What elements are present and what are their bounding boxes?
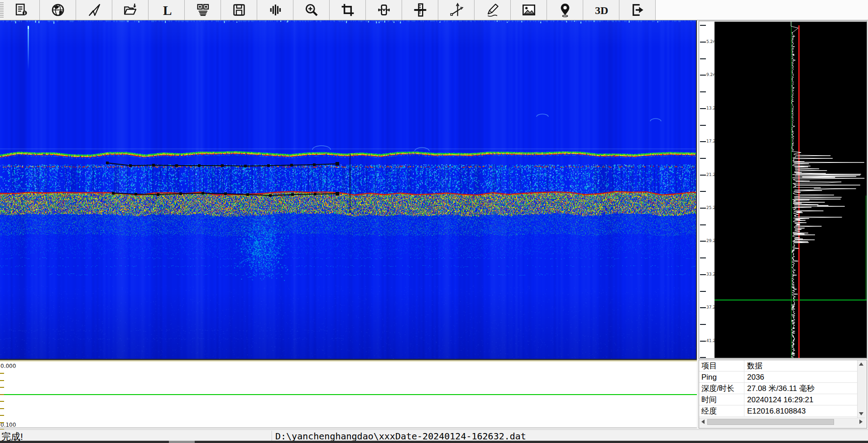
navigate-arrow-icon	[87, 3, 101, 17]
arrow-left-icon	[701, 419, 705, 424]
toolbar-button-gain[interactable]	[257, 0, 293, 20]
image-icon	[522, 3, 536, 17]
toolbar-button-axes[interactable]	[438, 0, 475, 20]
arrow-up-icon	[859, 362, 863, 366]
time-tick	[700, 108, 706, 109]
toolbar-button-zoom-in[interactable]	[293, 0, 330, 20]
gain-tick	[0, 415, 4, 416]
info-table-row: 经度E12016.8108843	[699, 405, 857, 417]
threed-icon: 3D	[594, 3, 609, 17]
report-icon	[14, 3, 29, 17]
toolbar-empty-space	[656, 0, 868, 20]
svg-text:3D: 3D	[595, 5, 608, 16]
info-table-row: Ping2036	[699, 372, 857, 383]
scroll-down-button[interactable]	[858, 410, 865, 418]
app-window: L3D 5.2ms9.2ms13.2ms17.2ms21.2ms25.2ms29…	[0, 0, 868, 443]
filter-icon	[377, 3, 391, 17]
toolbar-button-filter[interactable]	[366, 0, 402, 20]
toolbar-grip-handle[interactable]	[0, 1, 4, 19]
exit-icon	[630, 3, 645, 17]
current-file-path: D:\yanchenghangdao\xxxDate-20240124-1626…	[275, 431, 526, 442]
toolbar-button-ruler[interactable]	[402, 0, 438, 20]
open-import-icon	[123, 3, 138, 17]
signal-trace-canvas[interactable]	[715, 22, 867, 358]
info-table-row: 深度/时长27.08 米/36.11 毫秒	[699, 383, 857, 394]
toolbar-button-import[interactable]	[112, 0, 149, 20]
info-value: 2036	[744, 372, 857, 382]
svg-text:L: L	[163, 3, 172, 17]
zoom-in-icon	[304, 3, 319, 17]
pages-icon	[196, 3, 210, 17]
gain-tick	[0, 401, 4, 402]
toolbar-button-navigate[interactable]	[76, 0, 112, 20]
time-tick	[700, 141, 706, 142]
info-value: 数据	[744, 360, 857, 371]
ping-info-panel: 项目数据Ping2036深度/时长27.08 米/36.11 毫秒时间20240…	[699, 360, 867, 429]
toolbar-button-annotate[interactable]	[475, 0, 511, 20]
scrollbar-thumb[interactable]	[707, 419, 834, 425]
gain-tick	[0, 373, 4, 374]
panel-top-rule	[0, 361, 697, 361]
time-tick	[700, 291, 706, 292]
gain-tick	[0, 422, 4, 423]
toolbar-button-map[interactable]	[40, 0, 76, 20]
info-value: 27.08 米/36.11 毫秒	[744, 383, 857, 394]
gain-tick	[0, 394, 4, 395]
time-tick	[700, 208, 706, 209]
scroll-right-button[interactable]	[857, 418, 865, 425]
save-icon	[232, 3, 246, 17]
toolbar-button-threed[interactable]: 3D	[583, 0, 619, 20]
time-tick	[700, 125, 706, 126]
arrow-down-icon	[859, 412, 863, 415]
time-tick	[700, 175, 706, 176]
time-tick	[700, 274, 706, 275]
toolbar-button-save[interactable]	[221, 0, 257, 20]
toolbar-button-exit[interactable]	[619, 0, 656, 20]
toolbar-button-crop[interactable]	[330, 0, 366, 20]
horizontal-scrollbar[interactable]	[699, 418, 865, 425]
echogram-canvas[interactable]	[0, 20, 696, 359]
toolbar-button-view[interactable]	[185, 0, 221, 20]
gain-green-line	[0, 394, 697, 395]
toolbar-button-report[interactable]	[4, 0, 40, 20]
time-tick	[700, 191, 706, 192]
time-tick	[700, 42, 706, 43]
vertical-scrollbar[interactable]	[857, 360, 865, 418]
info-value: 20240124 16:29:21	[744, 394, 857, 405]
waveform-icon	[268, 3, 283, 17]
arrow-right-icon	[859, 419, 863, 424]
toolbar-button-position[interactable]	[547, 0, 583, 20]
gain-tick	[0, 408, 4, 409]
axes-icon	[449, 3, 464, 17]
status-separator	[272, 431, 273, 441]
time-tick	[700, 224, 706, 225]
letter-l-icon: L	[159, 3, 174, 17]
info-key: 经度	[699, 405, 744, 416]
time-tick	[700, 241, 706, 242]
scroll-up-button[interactable]	[858, 360, 865, 368]
toolbar-button-snapshot[interactable]	[511, 0, 547, 20]
info-table-header: 项目数据	[699, 360, 857, 372]
scroll-left-button[interactable]	[699, 418, 707, 425]
time-tick	[700, 257, 706, 258]
time-tick	[700, 324, 706, 325]
time-tick	[700, 58, 706, 59]
info-value: E12016.8108843	[744, 405, 857, 416]
time-scale: 5.2ms9.2ms13.2ms17.2ms21.2ms25.2ms29.2ms…	[699, 21, 715, 358]
time-tick	[700, 25, 706, 26]
time-tick	[700, 357, 706, 358]
time-tick	[700, 91, 706, 92]
gain-tick	[0, 380, 4, 381]
time-tick	[700, 75, 706, 76]
ruler-icon	[413, 3, 427, 17]
bottom-signal-panel: 0.000 0.100	[0, 360, 697, 428]
window-bottom-edge	[0, 441, 868, 443]
toolbar-button-label[interactable]: L	[149, 0, 185, 20]
info-key: 时间	[699, 394, 744, 405]
time-tick	[700, 307, 706, 308]
ping-info-table: 项目数据Ping2036深度/时长27.08 米/36.11 毫秒时间20240…	[699, 360, 857, 418]
time-tick	[700, 341, 706, 342]
pencil-icon	[485, 3, 500, 17]
signal-trace-panel: 5.2ms9.2ms13.2ms17.2ms21.2ms25.2ms29.2ms…	[699, 21, 867, 359]
gain-tick	[0, 387, 4, 388]
